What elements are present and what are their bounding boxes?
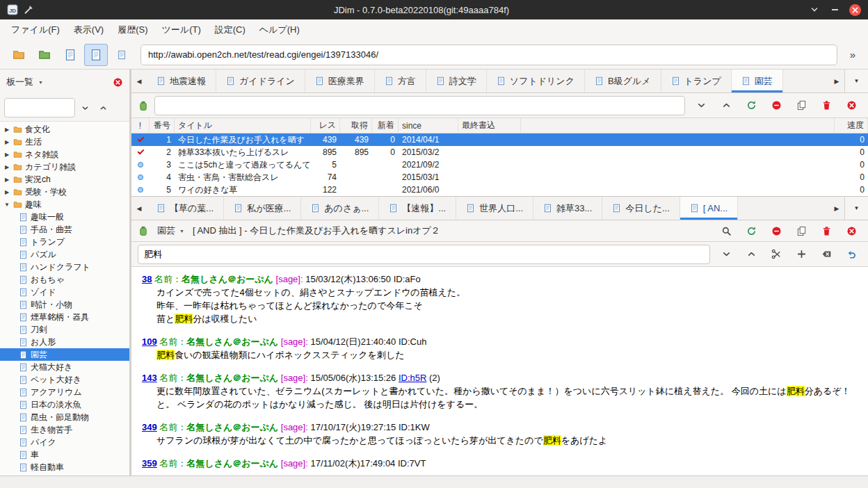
column-header[interactable]: レス bbox=[311, 118, 340, 133]
url-input[interactable] bbox=[140, 44, 837, 65]
tab[interactable]: 私が医療... bbox=[224, 197, 301, 220]
menu-item[interactable]: ヘルプ(H) bbox=[252, 20, 307, 40]
post-number-link[interactable]: 109 bbox=[142, 336, 157, 347]
tree-category[interactable]: ▶食文化 bbox=[0, 123, 129, 136]
column-header[interactable]: since bbox=[399, 118, 458, 133]
sidebar-search-up-button[interactable] bbox=[94, 99, 112, 117]
tree-board[interactable]: 日本の淡水魚 bbox=[0, 398, 129, 411]
column-header[interactable]: 番号 bbox=[150, 118, 175, 133]
extract-button[interactable] bbox=[766, 245, 787, 263]
tree-board[interactable]: お人形 bbox=[0, 336, 129, 348]
sidebar-search-down-button[interactable] bbox=[76, 99, 94, 117]
clear-button[interactable] bbox=[816, 245, 837, 263]
tree-board[interactable]: 生き物苦手 bbox=[0, 423, 129, 436]
thread-tabs-scroll-left-button[interactable]: ◀ bbox=[131, 197, 147, 220]
tab[interactable]: 園芸 bbox=[732, 70, 783, 92]
thread-tabs-dropdown-button[interactable]: ▼ bbox=[844, 197, 868, 220]
post-number-link[interactable]: 359 bbox=[142, 458, 157, 469]
tree-board[interactable]: バイク bbox=[0, 436, 129, 448]
thread-row[interactable]: 3ここは5chと違って過疎ってるんて52021/09/20 bbox=[131, 158, 868, 171]
menu-item[interactable]: ファイル(F) bbox=[4, 20, 67, 40]
tree-board[interactable]: ハンドクラフト bbox=[0, 261, 129, 273]
board-view-button[interactable] bbox=[58, 44, 82, 66]
tree-board[interactable]: 手品・曲芸 bbox=[0, 223, 129, 236]
reload-board-button[interactable] bbox=[741, 96, 762, 115]
tree-board[interactable]: 園芸 bbox=[0, 348, 129, 361]
tree-board[interactable]: おもちゃ bbox=[0, 273, 129, 286]
tab[interactable]: 詩文学 bbox=[426, 70, 487, 92]
board-tabs-scroll-right-button[interactable]: ▶ bbox=[829, 70, 844, 92]
tab[interactable]: 方言 bbox=[375, 70, 426, 92]
tab[interactable]: B級グルメ bbox=[585, 70, 661, 92]
tab[interactable]: トランプ bbox=[661, 70, 732, 92]
search-button[interactable] bbox=[716, 222, 737, 241]
tab[interactable]: 医療業界 bbox=[305, 70, 375, 92]
undo-button[interactable] bbox=[841, 245, 862, 263]
tree-board[interactable]: トランプ bbox=[0, 236, 129, 248]
menu-item[interactable]: 履歴(S) bbox=[111, 20, 154, 40]
column-header[interactable]: 速度 bbox=[835, 118, 868, 133]
stop-button[interactable] bbox=[766, 96, 787, 115]
tree-category[interactable]: ▶実況ch bbox=[0, 173, 129, 186]
tree-board[interactable]: 時計・小物 bbox=[0, 298, 129, 311]
tree-category[interactable]: ▶生活 bbox=[0, 136, 129, 148]
board-select-dropdown[interactable]: 園芸 ▼ bbox=[154, 223, 188, 238]
thread-row[interactable]: 4害虫・害鳥・害獣総合スレ742015/03/10 bbox=[131, 171, 868, 184]
stop-button[interactable] bbox=[766, 222, 787, 241]
tree-board[interactable]: 趣味一般 bbox=[0, 211, 129, 223]
tree-category[interactable]: ▶カテゴリ雑談 bbox=[0, 161, 129, 173]
tab[interactable]: 雑草33... bbox=[533, 197, 602, 220]
menu-item[interactable]: ツール(T) bbox=[155, 20, 208, 40]
scroll-up-button[interactable] bbox=[716, 96, 737, 115]
thread-row[interactable]: 1今日した作業及びお手入れを晒す43943902014/04/10 bbox=[131, 133, 868, 146]
menu-item[interactable]: 表示(V) bbox=[67, 20, 111, 40]
tree-board[interactable]: 昆虫・節足動物 bbox=[0, 411, 129, 423]
post-number-link[interactable]: 143 bbox=[142, 373, 157, 383]
tab[interactable]: 【速報】... bbox=[379, 197, 456, 220]
favorites-button[interactable] bbox=[33, 44, 56, 66]
thread-row[interactable]: 5ワイの好きな草1222021/06/00 bbox=[131, 184, 868, 196]
tree-category[interactable]: ▶ネタ雑談 bbox=[0, 148, 129, 161]
tab[interactable]: あのさぁ... bbox=[301, 197, 379, 220]
tab[interactable]: 地震速報 bbox=[147, 70, 216, 92]
search-up-button[interactable] bbox=[741, 245, 762, 263]
sidebar-mode-dropdown[interactable]: ▼ bbox=[38, 80, 43, 85]
menu-item[interactable]: 設定(C) bbox=[208, 20, 252, 40]
tab[interactable]: 世界人口... bbox=[456, 197, 533, 220]
post-number-link[interactable]: 349 bbox=[142, 422, 157, 432]
tree-board[interactable]: 刀剣 bbox=[0, 323, 129, 336]
tab[interactable]: 今日した... bbox=[602, 197, 680, 220]
tree-board[interactable]: パズル bbox=[0, 248, 129, 261]
close-window-button[interactable] bbox=[849, 4, 861, 16]
thread-filter-input[interactable] bbox=[154, 96, 685, 115]
tree-board[interactable]: 煙草銘柄・器具 bbox=[0, 311, 129, 323]
column-header[interactable]: タイトル bbox=[175, 118, 311, 133]
add-term-button[interactable] bbox=[791, 245, 812, 263]
board-list-button[interactable] bbox=[7, 44, 31, 66]
column-header[interactable]: 取得 bbox=[340, 118, 372, 133]
minimize-window-button[interactable] bbox=[829, 4, 840, 15]
column-header[interactable]: 最終書込 bbox=[458, 118, 521, 133]
tab[interactable]: 【草の葉... bbox=[147, 197, 224, 220]
close-board-button[interactable] bbox=[841, 96, 862, 115]
tree-board[interactable]: 車 bbox=[0, 448, 129, 461]
tree-board[interactable]: ペット大好き bbox=[0, 373, 129, 386]
tab[interactable]: ガイドライン bbox=[216, 70, 305, 92]
post-id-link[interactable]: ID:h5R bbox=[399, 373, 426, 383]
thread-view-button[interactable] bbox=[84, 44, 108, 66]
tree-board[interactable]: アクアリウム bbox=[0, 386, 129, 398]
delete-log-button[interactable] bbox=[816, 96, 837, 115]
reload-thread-button[interactable] bbox=[741, 222, 762, 241]
column-header[interactable]: ! bbox=[131, 118, 150, 133]
image-view-button[interactable] bbox=[110, 44, 134, 66]
search-down-button[interactable] bbox=[716, 245, 737, 263]
tree-category[interactable]: ▼趣味 bbox=[0, 198, 129, 211]
copy-url-button[interactable] bbox=[791, 222, 812, 241]
open-url-button[interactable]: » bbox=[844, 47, 861, 63]
post-number-link[interactable]: 38 bbox=[142, 274, 152, 284]
scroll-down-button[interactable] bbox=[691, 96, 712, 115]
search-input[interactable] bbox=[138, 245, 710, 264]
tab[interactable]: [ AN... bbox=[680, 197, 738, 220]
tab[interactable]: ソフトドリンク bbox=[487, 70, 585, 92]
thread-tabs-scroll-right-button[interactable]: ▶ bbox=[829, 197, 844, 220]
